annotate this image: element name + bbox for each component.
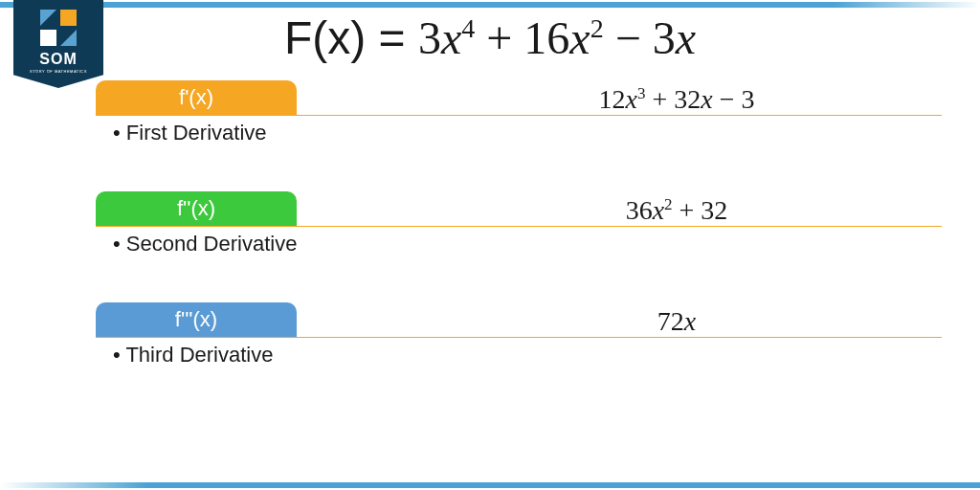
top-decorative-bar: [0, 2, 980, 8]
derivative-label-box: f'''(x): [96, 302, 297, 337]
derivative-label: f'''(x): [175, 307, 217, 332]
derivative-row: f'(x) First Derivative 12x3 + 32x − 3: [96, 80, 942, 147]
derivative-label: f'(x): [179, 85, 213, 110]
derivative-expression: 36x2 + 32: [412, 195, 942, 226]
derivative-row: f''(x) Second Derivative 36x2 + 32: [96, 191, 942, 258]
row-underline: [96, 337, 942, 338]
derivative-desc: First Derivative: [113, 121, 267, 145]
derivative-expression: 72x: [412, 306, 942, 337]
derivative-desc: Third Derivative: [113, 343, 273, 368]
derivative-label-box: f''(x): [96, 191, 297, 226]
derivative-desc: Second Derivative: [113, 232, 297, 256]
derivative-expression: 12x3 + 32x − 3: [412, 84, 942, 115]
derivative-label: f''(x): [177, 196, 215, 221]
content-area: f'(x) First Derivative 12x3 + 32x − 3 f'…: [96, 80, 942, 413]
logo-subtext: STORY OF MATHEMATICS: [30, 69, 87, 74]
function-lhs: F(x) =: [284, 12, 418, 63]
derivative-label-box: f'(x): [96, 80, 297, 115]
bottom-decorative-bar: [0, 482, 980, 488]
page-title: F(x) = 3x4 + 16x2 − 3x: [0, 11, 980, 64]
derivative-row: f'''(x) Third Derivative 72x: [96, 302, 942, 369]
